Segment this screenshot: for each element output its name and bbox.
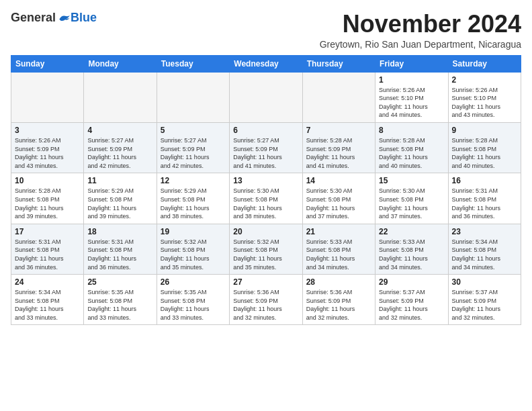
day-number: 22 [379,227,444,236]
day-number: 5 [161,126,226,135]
calendar-cell: 14Sunrise: 5:30 AMSunset: 5:08 PMDayligh… [302,173,375,224]
calendar-cell: 16Sunrise: 5:31 AMSunset: 5:08 PMDayligh… [448,173,521,224]
day-number: 15 [379,176,444,185]
day-info: Sunrise: 5:33 AMSunset: 5:08 PMDaylight:… [306,238,371,271]
day-number: 17 [15,227,80,236]
day-number: 12 [161,176,226,185]
day-info: Sunrise: 5:27 AMSunset: 5:09 PMDaylight:… [87,136,152,170]
calendar-cell: 19Sunrise: 5:32 AMSunset: 5:08 PMDayligh… [157,224,229,274]
day-number: 2 [452,75,517,85]
calendar-cell: 18Sunrise: 5:31 AMSunset: 5:08 PMDayligh… [84,224,157,274]
day-info: Sunrise: 5:35 AMSunset: 5:08 PMDaylight:… [87,288,152,322]
page-header: General Blue November 2024 Greytown, Rio… [11,11,521,50]
day-number: 7 [306,126,371,135]
day-info: Sunrise: 5:33 AMSunset: 5:08 PMDaylight:… [379,238,444,271]
calendar-cell: 22Sunrise: 5:33 AMSunset: 5:08 PMDayligh… [375,224,448,274]
logo: General Blue [11,11,97,25]
day-info: Sunrise: 5:28 AMSunset: 5:08 PMDaylight:… [452,136,517,170]
calendar-cell: 1Sunrise: 5:26 AMSunset: 5:10 PMDaylight… [375,72,448,122]
calendar-cell: 15Sunrise: 5:30 AMSunset: 5:08 PMDayligh… [375,173,448,224]
calendar-cell: 8Sunrise: 5:28 AMSunset: 5:08 PMDaylight… [375,122,448,173]
day-info: Sunrise: 5:32 AMSunset: 5:08 PMDaylight:… [233,238,298,271]
calendar-cell: 2Sunrise: 5:26 AMSunset: 5:10 PMDaylight… [448,72,521,122]
calendar-cell [84,72,157,122]
calendar-cell [230,72,302,122]
day-number: 25 [87,277,152,287]
day-number: 8 [379,126,444,135]
calendar-cell: 11Sunrise: 5:29 AMSunset: 5:08 PMDayligh… [84,173,157,224]
calendar-cell [157,72,229,122]
calendar-cell: 26Sunrise: 5:35 AMSunset: 5:08 PMDayligh… [157,275,229,325]
weekday-header-sunday: Sunday [11,55,84,72]
day-number: 1 [379,75,444,85]
day-number: 21 [306,227,371,236]
calendar-cell: 30Sunrise: 5:37 AMSunset: 5:09 PMDayligh… [448,275,521,325]
day-info: Sunrise: 5:27 AMSunset: 5:09 PMDaylight:… [161,136,226,170]
bird-icon [57,11,71,25]
calendar-cell: 10Sunrise: 5:28 AMSunset: 5:08 PMDayligh… [11,173,84,224]
day-info: Sunrise: 5:26 AMSunset: 5:09 PMDaylight:… [15,136,80,170]
day-info: Sunrise: 5:26 AMSunset: 5:10 PMDaylight:… [379,86,444,120]
day-number: 9 [452,126,517,135]
logo-blue: Blue [71,11,97,25]
day-info: Sunrise: 5:28 AMSunset: 5:09 PMDaylight:… [306,136,371,170]
day-info: Sunrise: 5:31 AMSunset: 5:08 PMDaylight:… [452,187,517,220]
calendar-cell: 27Sunrise: 5:36 AMSunset: 5:09 PMDayligh… [230,275,302,325]
day-number: 29 [379,277,444,287]
calendar-cell: 9Sunrise: 5:28 AMSunset: 5:08 PMDaylight… [448,122,521,173]
calendar-cell: 29Sunrise: 5:37 AMSunset: 5:09 PMDayligh… [375,275,448,325]
weekday-header-wednesday: Wednesday [230,55,302,72]
day-info: Sunrise: 5:26 AMSunset: 5:10 PMDaylight:… [452,86,517,120]
day-info: Sunrise: 5:34 AMSunset: 5:08 PMDaylight:… [15,288,80,322]
day-info: Sunrise: 5:35 AMSunset: 5:08 PMDaylight:… [161,288,226,322]
day-info: Sunrise: 5:37 AMSunset: 5:09 PMDaylight:… [379,288,444,322]
day-number: 16 [452,176,517,185]
day-number: 6 [233,126,298,135]
day-info: Sunrise: 5:27 AMSunset: 5:09 PMDaylight:… [233,136,298,170]
day-number: 19 [161,227,226,236]
calendar-cell: 28Sunrise: 5:36 AMSunset: 5:09 PMDayligh… [302,275,375,325]
calendar-table: SundayMondayTuesdayWednesdayThursdayFrid… [11,55,521,326]
title-block: November 2024 Greytown, Rio San Juan Dep… [320,11,521,50]
weekday-header-saturday: Saturday [448,55,521,72]
day-number: 11 [87,176,152,185]
weekday-header-monday: Monday [84,55,157,72]
day-number: 18 [87,227,152,236]
weekday-header-row: SundayMondayTuesdayWednesdayThursdayFrid… [11,55,521,72]
calendar-cell: 23Sunrise: 5:34 AMSunset: 5:08 PMDayligh… [448,224,521,274]
calendar-cell [11,72,84,122]
day-number: 23 [452,227,517,236]
calendar-cell [302,72,375,122]
calendar-cell: 6Sunrise: 5:27 AMSunset: 5:09 PMDaylight… [230,122,302,173]
week-row-1: 1Sunrise: 5:26 AMSunset: 5:10 PMDaylight… [11,72,521,122]
day-info: Sunrise: 5:36 AMSunset: 5:09 PMDaylight:… [233,288,298,322]
calendar-cell: 21Sunrise: 5:33 AMSunset: 5:08 PMDayligh… [302,224,375,274]
calendar-cell: 25Sunrise: 5:35 AMSunset: 5:08 PMDayligh… [84,275,157,325]
calendar-cell: 24Sunrise: 5:34 AMSunset: 5:08 PMDayligh… [11,275,84,325]
day-number: 20 [233,227,298,236]
day-info: Sunrise: 5:29 AMSunset: 5:08 PMDaylight:… [161,187,226,220]
calendar-cell: 12Sunrise: 5:29 AMSunset: 5:08 PMDayligh… [157,173,229,224]
calendar-cell: 3Sunrise: 5:26 AMSunset: 5:09 PMDaylight… [11,122,84,173]
day-info: Sunrise: 5:30 AMSunset: 5:08 PMDaylight:… [306,187,371,220]
day-info: Sunrise: 5:37 AMSunset: 5:09 PMDaylight:… [452,288,517,322]
month-title: November 2024 [320,11,521,38]
calendar-cell: 4Sunrise: 5:27 AMSunset: 5:09 PMDaylight… [84,122,157,173]
day-info: Sunrise: 5:30 AMSunset: 5:08 PMDaylight:… [233,187,298,220]
day-info: Sunrise: 5:29 AMSunset: 5:08 PMDaylight:… [87,187,152,220]
day-info: Sunrise: 5:28 AMSunset: 5:08 PMDaylight:… [15,187,80,220]
day-info: Sunrise: 5:31 AMSunset: 5:08 PMDaylight:… [87,238,152,271]
day-info: Sunrise: 5:32 AMSunset: 5:08 PMDaylight:… [161,238,226,271]
weekday-header-thursday: Thursday [302,55,375,72]
week-row-4: 17Sunrise: 5:31 AMSunset: 5:08 PMDayligh… [11,224,521,274]
weekday-header-tuesday: Tuesday [157,55,229,72]
week-row-2: 3Sunrise: 5:26 AMSunset: 5:09 PMDaylight… [11,122,521,173]
day-number: 4 [87,126,152,135]
day-number: 30 [452,277,517,287]
day-number: 26 [161,277,226,287]
calendar-cell: 17Sunrise: 5:31 AMSunset: 5:08 PMDayligh… [11,224,84,274]
location-subtitle: Greytown, Rio San Juan Department, Nicar… [320,39,521,50]
day-number: 13 [233,176,298,185]
day-info: Sunrise: 5:31 AMSunset: 5:08 PMDaylight:… [15,238,80,271]
day-info: Sunrise: 5:36 AMSunset: 5:09 PMDaylight:… [306,288,371,322]
